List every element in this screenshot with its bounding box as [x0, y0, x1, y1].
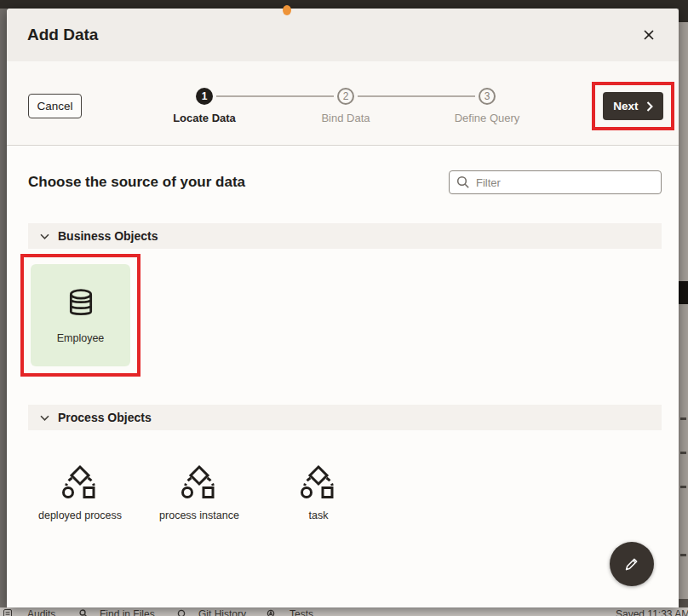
- statusbar-item-git-history[interactable]: Git History: [198, 608, 246, 616]
- tests-icon: [267, 609, 275, 616]
- step-indicator-define-query[interactable]: 3: [479, 88, 496, 105]
- dialog-body: Choose the source of your data Business …: [7, 146, 679, 607]
- statusbar-item-tests[interactable]: Tests: [290, 608, 313, 616]
- background-app-top-strip: [0, 0, 688, 9]
- background-status-bar: Audits Find in Files Git History Tests S…: [0, 607, 688, 616]
- step-number: 2: [343, 90, 349, 102]
- filter-field[interactable]: [449, 170, 662, 194]
- background-fragment: [680, 486, 686, 488]
- step-connector: [358, 95, 475, 97]
- pencil-icon: [622, 555, 641, 573]
- stepper-bar: Cancel 1 2 3 Locate Data Bind Data Defin…: [7, 61, 679, 146]
- step-label-bind-data: Bind Data: [286, 112, 405, 124]
- database-icon: [64, 286, 98, 320]
- dialog-title: Add Data: [27, 26, 98, 44]
- annotation-box-next: Next: [592, 82, 674, 130]
- step-label-locate-data: Locate Data: [145, 112, 264, 124]
- background-fragment: [680, 417, 686, 420]
- next-button[interactable]: Next: [603, 92, 663, 120]
- background-app-right-strip: [679, 0, 688, 616]
- git-history-icon: [177, 609, 186, 616]
- chevron-right-icon: [646, 101, 653, 112]
- edit-fab-button[interactable]: [610, 542, 654, 586]
- step-indicator-bind-data[interactable]: 2: [337, 88, 354, 105]
- drag-handle-dot: [283, 5, 291, 15]
- cancel-button[interactable]: Cancel: [28, 94, 82, 118]
- chevron-down-icon: [40, 233, 49, 239]
- card-label: process instance: [159, 509, 239, 521]
- close-icon: [643, 29, 655, 41]
- step-number: 1: [202, 90, 208, 102]
- process-object-deployed-process[interactable]: deployed process: [20, 464, 140, 521]
- filter-input[interactable]: [476, 176, 654, 189]
- background-fragment: [679, 281, 688, 304]
- step-number: 3: [484, 90, 490, 102]
- dialog-header: Add Data: [7, 9, 679, 61]
- search-icon: [456, 176, 470, 189]
- chevron-down-icon: [40, 415, 49, 421]
- close-button[interactable]: [639, 26, 658, 44]
- process-object-process-instance[interactable]: process instance: [140, 464, 259, 521]
- page-title: Choose the source of your data: [28, 174, 245, 191]
- background-fragment: [680, 554, 686, 556]
- step-connector: [216, 95, 334, 97]
- process-icon: [299, 464, 338, 500]
- statusbar-item-find-in-files[interactable]: Find in Files: [100, 608, 155, 616]
- process-object-task[interactable]: task: [259, 464, 378, 521]
- section-label: Process Objects: [58, 411, 152, 424]
- add-data-dialog: Add Data Cancel 1 2 3 Locate Data Bind D…: [7, 9, 679, 607]
- process-objects-row: deployed process process instance: [20, 464, 378, 521]
- next-button-label: Next: [613, 100, 638, 112]
- section-label: Business Objects: [58, 229, 158, 243]
- background-fragment: [680, 452, 686, 454]
- card-label: deployed process: [38, 509, 122, 521]
- card-label: task: [309, 509, 329, 521]
- business-object-card-employee[interactable]: Employee: [31, 264, 130, 366]
- process-icon: [180, 464, 219, 500]
- statusbar-saved-label: Saved 11:33 AM: [616, 608, 688, 616]
- statusbar-item-audits[interactable]: Audits: [27, 608, 55, 616]
- step-label-define-query: Define Query: [427, 112, 547, 124]
- process-icon: [60, 464, 100, 500]
- card-label: Employee: [57, 332, 105, 344]
- step-indicator-locate-data[interactable]: 1: [196, 88, 213, 105]
- search-icon: [79, 609, 88, 616]
- section-header-business-objects[interactable]: Business Objects: [28, 223, 662, 249]
- annotation-box-employee: Employee: [20, 254, 140, 377]
- background-fragment: [679, 0, 688, 22]
- audits-icon: [3, 609, 12, 616]
- section-header-process-objects[interactable]: Process Objects: [28, 405, 662, 430]
